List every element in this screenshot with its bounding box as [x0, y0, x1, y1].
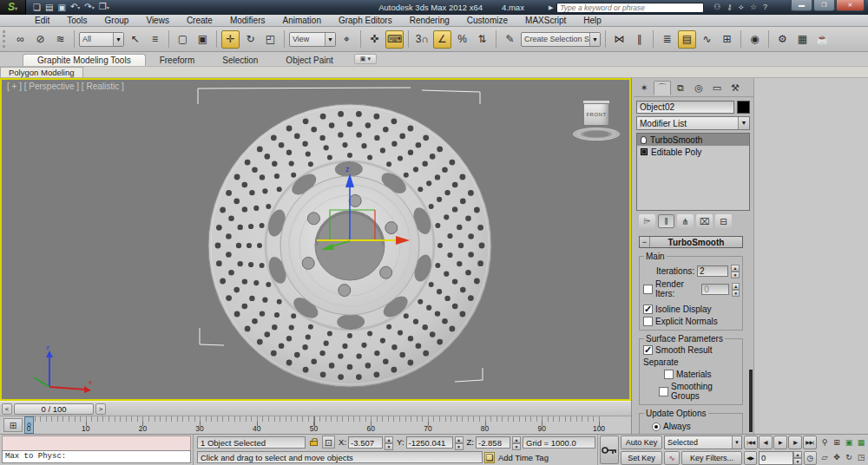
- listener-script-pane[interactable]: Max to Physc:: [2, 450, 191, 463]
- render-setup-button[interactable]: ⚙: [773, 30, 792, 49]
- binoculars-search-button[interactable]: ⚇: [713, 3, 720, 11]
- menu-help[interactable]: Help: [575, 15, 610, 26]
- named-selection-set-dropdown[interactable]: Create Selection Se▼: [521, 32, 601, 47]
- select-object-button[interactable]: ↖: [126, 30, 144, 49]
- panel-scrollbar[interactable]: [749, 370, 753, 432]
- rendered-frame-window-button[interactable]: ▦: [793, 30, 812, 49]
- search-arrow-icon[interactable]: ▶: [549, 4, 553, 11]
- stack-item-editable-poly[interactable]: Editable Poly: [637, 146, 749, 158]
- hierarchy-tab[interactable]: ⧉: [672, 81, 689, 95]
- iterations-field[interactable]: 2: [697, 265, 728, 277]
- zoom-extents-all-button[interactable]: ▦: [855, 436, 867, 450]
- smoothing-groups-checkbox[interactable]: [659, 387, 668, 396]
- mirror-button[interactable]: ⋈: [610, 30, 628, 49]
- absolute-mode-toggle[interactable]: ⊡: [322, 436, 335, 449]
- listener-macro-pane[interactable]: [2, 436, 191, 450]
- communication-center-button[interactable]: ⟡: [739, 3, 744, 11]
- iterations-spinner[interactable]: ▲▼: [731, 265, 740, 277]
- zoom-button[interactable]: ⚲: [819, 436, 831, 450]
- spinner-up-icon[interactable]: ▲: [732, 283, 740, 290]
- menu-graph-editors[interactable]: Graph Editors: [330, 15, 401, 26]
- new-file-button[interactable]: ❏: [33, 1, 41, 14]
- play-animation-button[interactable]: ▶: [773, 436, 787, 449]
- percent-snap-toggle-button[interactable]: %: [453, 30, 471, 49]
- application-menu-button[interactable]: S▾: [0, 0, 26, 15]
- stack-item-turbosmooth[interactable]: TurboSmooth: [637, 134, 749, 146]
- explicit-normals-checkbox[interactable]: [643, 317, 653, 326]
- viewcube-cube[interactable]: FRONT: [583, 103, 609, 126]
- render-iters-spinner[interactable]: ▲▼: [732, 283, 740, 295]
- tab-selection[interactable]: Selection: [208, 55, 272, 66]
- configure-modifier-sets-button[interactable]: ⊟: [715, 214, 732, 228]
- angle-snap-toggle-button[interactable]: ∠: [433, 30, 451, 49]
- selection-filter-dropdown[interactable]: All▼: [79, 32, 124, 47]
- undo-button[interactable]: ↶▾: [70, 0, 80, 15]
- close-button[interactable]: ✕: [836, 0, 865, 11]
- radio-always[interactable]: Always: [652, 422, 740, 431]
- help-button[interactable]: ?: [763, 3, 767, 11]
- create-tab[interactable]: ✶: [635, 81, 653, 95]
- frame-spinner[interactable]: ▲▼: [793, 451, 802, 463]
- y-coordinate-field[interactable]: -1250.041: [406, 436, 453, 449]
- spinner-down-icon[interactable]: ▼: [732, 290, 740, 297]
- set-project-folder-button[interactable]: ❐▾: [99, 0, 109, 15]
- edit-named-selection-sets-button[interactable]: ✎: [501, 30, 519, 49]
- menu-maxscript[interactable]: MAXScript: [516, 15, 575, 26]
- modify-tab[interactable]: ⌒: [654, 81, 671, 95]
- menu-group[interactable]: Group: [96, 15, 138, 26]
- favorites-star-button[interactable]: ☆: [750, 3, 757, 11]
- tab-freeform[interactable]: Freeform: [146, 55, 209, 66]
- menu-rendering[interactable]: Rendering: [401, 15, 458, 26]
- zoom-extents-button[interactable]: ▣: [843, 436, 855, 450]
- menu-tools[interactable]: Tools: [58, 15, 95, 26]
- redo-button[interactable]: ↷▾: [84, 0, 94, 15]
- graphite-ribbon-toggle-button[interactable]: ▤: [678, 30, 696, 49]
- save-file-button[interactable]: ▣: [57, 1, 65, 14]
- x-spinner[interactable]: ▲▼: [385, 436, 393, 449]
- snaps-toggle-button[interactable]: 3∩: [413, 30, 431, 49]
- pin-stack-button[interactable]: ⌲: [639, 214, 655, 228]
- viewport-label[interactable]: [ + ] [ Perspective ] [ Realistic ]: [7, 82, 124, 91]
- toggle-set-key-mode-button[interactable]: [600, 436, 619, 464]
- make-unique-button[interactable]: ⋔: [677, 214, 694, 228]
- tab-object-paint[interactable]: Object Paint: [272, 55, 346, 66]
- search-input[interactable]: [556, 3, 704, 13]
- display-tab[interactable]: ▭: [708, 81, 726, 95]
- ribbon-minimize-button[interactable]: ▣ ▾: [354, 54, 377, 64]
- tab-graphite-modeling-tools[interactable]: Graphite Modeling Tools: [23, 54, 146, 66]
- restore-button[interactable]: ❐: [813, 0, 835, 11]
- render-iters-field[interactable]: 0: [701, 284, 729, 295]
- set-key-button[interactable]: Set Key: [621, 451, 662, 465]
- turbosmooth-rollout-header[interactable]: − TurboSmooth: [639, 236, 743, 248]
- key-filters-button[interactable]: Key Filters...: [681, 451, 742, 465]
- menu-edit[interactable]: Edit: [26, 15, 58, 26]
- perspective-viewport[interactable]: [ + ] [ Perspective ] [ Realistic ] zzx …: [0, 78, 631, 401]
- auto-key-button[interactable]: Auto Key: [621, 436, 662, 449]
- pan-view-button[interactable]: ✥: [831, 450, 843, 465]
- collapse-rollout-icon[interactable]: −: [640, 237, 650, 247]
- unlink-selection-button[interactable]: ⊘: [31, 30, 49, 49]
- previous-frame-button[interactable]: ◀|: [759, 436, 773, 449]
- layer-manager-button[interactable]: ≣: [658, 30, 676, 49]
- viewcube-compass[interactable]: [573, 128, 620, 141]
- z-coordinate-field[interactable]: -2.858: [476, 436, 510, 449]
- menu-create[interactable]: Create: [178, 15, 221, 26]
- zoom-all-button[interactable]: ⊞: [831, 436, 843, 450]
- select-and-scale-button[interactable]: ◰: [261, 30, 279, 49]
- show-end-result-button[interactable]: ‖: [658, 214, 674, 228]
- select-by-name-button[interactable]: ≡: [146, 30, 164, 49]
- orbit-button[interactable]: ↻: [843, 450, 855, 465]
- add-time-tag[interactable]: ❏ Add Time Tag: [484, 452, 595, 463]
- select-and-link-button[interactable]: ∞: [11, 30, 30, 49]
- menu-views[interactable]: Views: [137, 15, 178, 26]
- x-coordinate-field[interactable]: -3.507: [348, 436, 383, 449]
- select-and-manipulate-button[interactable]: ✜: [365, 30, 384, 49]
- open-file-button[interactable]: ▤: [45, 1, 53, 14]
- minimize-button[interactable]: ▬: [791, 0, 812, 11]
- motion-tab[interactable]: ◎: [690, 81, 707, 95]
- y-spinner[interactable]: ▲▼: [455, 436, 464, 449]
- viewcube[interactable]: FRONT: [572, 101, 622, 141]
- curve-editor-button[interactable]: ∿: [698, 30, 716, 49]
- reference-coordinate-system-dropdown[interactable]: View▼: [289, 32, 336, 47]
- next-frame-button[interactable]: |▶: [788, 436, 802, 449]
